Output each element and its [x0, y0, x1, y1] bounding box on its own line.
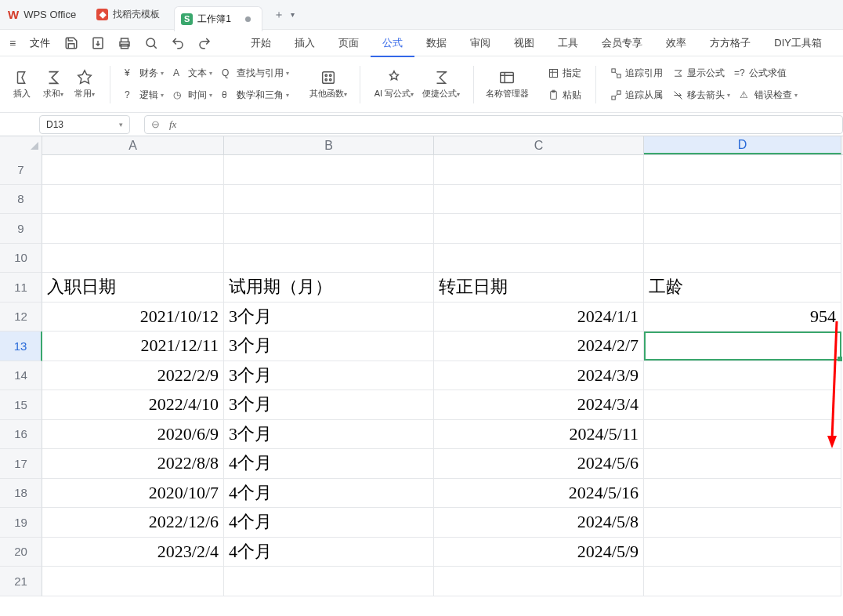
cell[interactable] [644, 214, 841, 244]
cell[interactable] [644, 185, 841, 215]
row-header[interactable]: 15 [0, 390, 42, 420]
trace-precedents-button[interactable]: 追踪引用 [606, 65, 668, 82]
select-all-corner[interactable] [0, 136, 42, 155]
cell[interactable] [644, 244, 841, 274]
row-header[interactable]: 12 [0, 303, 42, 332]
cell[interactable] [224, 155, 434, 185]
redo-icon[interactable] [197, 36, 212, 50]
col-header-c[interactable]: C [434, 136, 644, 154]
cell[interactable]: 2023/2/4 [42, 538, 224, 567]
trace-dependents-button[interactable]: 追踪从属 [606, 87, 668, 103]
cell[interactable]: 4个月 [224, 508, 434, 538]
cell[interactable] [434, 214, 644, 244]
error-check-button[interactable]: ⚠错误检查▾ [735, 87, 802, 103]
cell[interactable] [434, 567, 644, 596]
cell-header[interactable]: 试用期（月） [224, 273, 434, 303]
cell[interactable]: 2024/5/9 [434, 538, 644, 567]
row-header[interactable]: 7 [0, 155, 42, 185]
cell-selected[interactable] [644, 332, 841, 361]
cell[interactable]: 2024/5/8 [434, 508, 644, 538]
row-header[interactable]: 8 [0, 185, 42, 215]
name-box[interactable]: D13 ▾ [39, 115, 130, 134]
cell-header[interactable]: 转正日期 [434, 273, 644, 303]
finance-button[interactable]: ¥财务▾ [120, 65, 168, 82]
menu-tools[interactable]: 工具 [546, 30, 590, 56]
menu-data[interactable]: 数据 [414, 30, 458, 56]
col-header-d[interactable]: D [644, 136, 841, 154]
cell[interactable]: 2024/2/7 [434, 332, 644, 361]
row-header[interactable]: 9 [0, 214, 42, 244]
cell[interactable]: 2022/12/6 [42, 508, 224, 538]
formula-bar[interactable]: ⊖ fx [144, 115, 843, 134]
cell[interactable] [42, 214, 224, 244]
cell[interactable] [644, 538, 841, 567]
show-formulas-button[interactable]: 显示公式 [668, 65, 729, 82]
row-header[interactable]: 18 [0, 479, 42, 509]
cell[interactable] [644, 479, 841, 509]
common-button[interactable]: 常用▾ [69, 60, 100, 109]
cell[interactable] [434, 155, 644, 185]
row-header[interactable]: 17 [0, 449, 42, 479]
cell[interactable]: 3个月 [224, 303, 434, 332]
tab-workbook[interactable]: S 工作簿1 [174, 6, 262, 31]
row-header[interactable]: 19 [0, 508, 42, 538]
cell[interactable]: 2022/8/8 [42, 449, 224, 479]
menu-review[interactable]: 审阅 [458, 30, 502, 56]
row-header[interactable]: 11 [0, 273, 42, 303]
cell[interactable] [644, 449, 841, 479]
cell[interactable]: 954 [644, 303, 841, 332]
save-icon[interactable] [64, 36, 78, 50]
sum-button[interactable]: 求和▾ [38, 60, 69, 109]
cell[interactable] [224, 244, 434, 274]
cell[interactable]: 2021/12/11 [42, 332, 224, 361]
paste-name-button[interactable]: 粘贴 [543, 87, 586, 103]
menu-vip[interactable]: 会员专享 [590, 30, 654, 56]
row-header[interactable]: 20 [0, 538, 42, 567]
print-icon[interactable] [118, 36, 132, 50]
cell[interactable] [224, 185, 434, 215]
name-box-dropdown-icon[interactable]: ▾ [119, 121, 123, 129]
menu-view[interactable]: 视图 [502, 30, 546, 56]
cell[interactable] [644, 390, 841, 420]
named-button[interactable]: 指定 [543, 65, 586, 82]
cell[interactable]: 2022/2/9 [42, 361, 224, 391]
row-header[interactable]: 13 [0, 332, 42, 361]
cell[interactable]: 2024/5/11 [434, 420, 644, 450]
cell[interactable] [644, 361, 841, 391]
hamburger-icon[interactable]: ≡ [9, 37, 24, 49]
menu-efficiency[interactable]: 效率 [654, 30, 698, 56]
preview-icon[interactable] [144, 36, 158, 50]
quick-formula-button[interactable]: 便捷公式▾ [418, 60, 464, 109]
cell[interactable]: 2024/1/1 [434, 303, 644, 332]
col-header-b[interactable]: B [224, 136, 434, 154]
menu-start[interactable]: 开始 [239, 30, 283, 56]
cell[interactable]: 2024/5/6 [434, 449, 644, 479]
menu-page[interactable]: 页面 [327, 30, 371, 56]
cell[interactable] [434, 185, 644, 215]
cell[interactable]: 3个月 [224, 361, 434, 391]
row-header[interactable]: 10 [0, 244, 42, 274]
text-button[interactable]: A文本▾ [168, 65, 217, 82]
cell[interactable] [644, 155, 841, 185]
cell[interactable] [42, 155, 224, 185]
tab-list-dropdown[interactable]: ▾ [291, 10, 295, 19]
cell[interactable]: 4个月 [224, 449, 434, 479]
remove-arrows-button[interactable]: 移去箭头▾ [668, 87, 735, 103]
cell[interactable] [644, 567, 841, 596]
insert-function-button[interactable]: 插入 [6, 60, 38, 109]
cell[interactable]: 2021/10/12 [42, 303, 224, 332]
row-header[interactable]: 14 [0, 361, 42, 391]
export-icon[interactable] [91, 36, 105, 50]
other-functions-button[interactable]: 其他函数▾ [306, 60, 350, 109]
col-header-a[interactable]: A [42, 136, 224, 154]
cell[interactable] [42, 567, 224, 596]
cell[interactable]: 2020/6/9 [42, 420, 224, 450]
cancel-icon[interactable]: ⊖ [151, 118, 160, 130]
cell[interactable]: 4个月 [224, 538, 434, 567]
menu-formula[interactable]: 公式 [371, 31, 414, 57]
time-button[interactable]: ◷时间▾ [168, 87, 217, 103]
menu-ffgz[interactable]: 方方格子 [698, 30, 762, 56]
cell[interactable]: 2024/5/16 [434, 479, 644, 509]
ai-formula-button[interactable]: AI 写公式▾ [370, 60, 418, 109]
cell[interactable]: 2024/3/9 [434, 361, 644, 391]
